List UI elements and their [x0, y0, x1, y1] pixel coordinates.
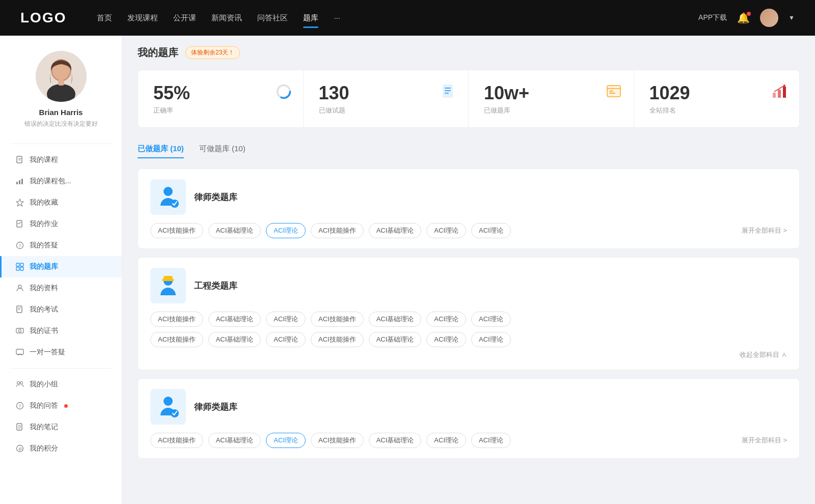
svg-point-27	[20, 382, 23, 384]
tag[interactable]: ACI理论	[426, 312, 466, 327]
svg-rect-39	[445, 88, 451, 89]
sidebar: Brian Harris 错误的决定比没有决定要好 我的课程 我的课程包...	[0, 36, 122, 504]
svg-rect-45	[609, 91, 613, 92]
tag[interactable]: ACI技能操作	[311, 433, 364, 448]
sidebar-label: 一对一答疑	[30, 348, 65, 357]
tab-done[interactable]: 已做题库 (10)	[138, 140, 184, 158]
sidebar-item-favorites[interactable]: 我的收藏	[0, 192, 122, 213]
tag-selected[interactable]: ACI理论	[266, 223, 306, 238]
notification-bell[interactable]: 🔔	[737, 12, 750, 24]
bank-tags-row-2a: ACI技能操作 ACI基础理论 ACI理论 ACI技能操作 ACI基础理论 AC…	[150, 312, 787, 327]
tag[interactable]: ACI技能操作	[311, 332, 364, 347]
tag[interactable]: ACI技能操作	[311, 223, 364, 238]
svg-rect-10	[21, 179, 23, 184]
svg-rect-9	[19, 180, 20, 184]
bank-icon-lawyer	[150, 179, 186, 215]
sidebar-label: 我的考试	[30, 305, 58, 314]
sidebar-item-1on1[interactable]: 一对一答疑	[0, 342, 122, 363]
sidebar-label: 我的题库	[30, 262, 58, 271]
sidebar-item-exam[interactable]: 我的考试	[0, 299, 122, 320]
tag[interactable]: ACI基础理论	[208, 332, 261, 347]
sidebar-item-qa[interactable]: ? 我的答疑	[0, 235, 122, 256]
sidebar-item-course[interactable]: 我的课程	[0, 149, 122, 171]
tag[interactable]: ACI技能操作	[150, 312, 203, 327]
sidebar-item-notes[interactable]: 我的笔记	[0, 416, 122, 438]
nav-news[interactable]: 新闻资讯	[211, 11, 242, 25]
questions-icon	[440, 82, 458, 101]
tag[interactable]: ACI基础理论	[369, 433, 422, 448]
svg-rect-15	[16, 263, 19, 266]
collapse-link[interactable]: 收起全部科目 ∧	[150, 350, 787, 359]
tag[interactable]: ACI理论	[426, 332, 466, 347]
tag[interactable]: ACI技能操作	[150, 223, 203, 238]
svg-point-56	[164, 397, 173, 406]
notification-dot	[747, 12, 751, 16]
tag[interactable]: ACI理论	[426, 223, 466, 238]
sidebar-item-course-package[interactable]: 我的课程包...	[0, 171, 122, 192]
tag[interactable]: ACI理论	[471, 223, 511, 238]
svg-point-50	[783, 85, 785, 87]
bank-title-2: 工程类题库	[194, 280, 237, 292]
tabs-row: 已做题库 (10) 可做题库 (10)	[138, 140, 800, 158]
homework-icon	[15, 219, 24, 229]
bank-card-header: 律师类题库	[150, 389, 787, 425]
app-download-button[interactable]: APP下载	[698, 13, 727, 22]
sidebar-item-homework[interactable]: 我的作业	[0, 213, 122, 235]
tag[interactable]: ACI技能操作	[150, 332, 203, 347]
tag[interactable]: ACI基础理论	[208, 433, 261, 448]
sidebar-item-certificate[interactable]: 我的证书	[0, 320, 122, 342]
tag[interactable]: ACI理论	[471, 312, 511, 327]
expand-link-3[interactable]: 展开全部科目 >	[742, 436, 787, 445]
tab-available[interactable]: 可做题库 (10)	[199, 140, 246, 158]
tag[interactable]: ACI技能操作	[150, 433, 203, 448]
points-icon: 积	[15, 444, 24, 453]
nav-home[interactable]: 首页	[97, 11, 112, 25]
svg-rect-17	[16, 267, 19, 270]
tag[interactable]: ACI基础理论	[369, 332, 422, 347]
stat-ranking: 1029 全站排名	[634, 70, 800, 127]
expand-link-1[interactable]: 展开全部科目 >	[742, 226, 787, 235]
tag[interactable]: ACI基础理论	[208, 312, 261, 327]
help-icon: ?	[15, 241, 24, 250]
group-icon	[15, 380, 24, 389]
tag[interactable]: ACI技能操作	[311, 312, 364, 327]
tag[interactable]: ACI理论	[471, 332, 511, 347]
tag[interactable]: ACI基础理论	[369, 223, 422, 238]
nav-qa[interactable]: 问答社区	[257, 11, 288, 25]
sidebar-menu: 我的课程 我的课程包... 我的收藏 我的作业	[0, 149, 122, 459]
nav-more[interactable]: ···	[334, 11, 340, 25]
sidebar-item-points[interactable]: 积 我的积分	[0, 438, 122, 459]
user-menu-chevron[interactable]: ▼	[789, 14, 795, 21]
tag[interactable]: ACI理论	[266, 332, 306, 347]
nav-question-bank[interactable]: 题库	[303, 11, 318, 25]
svg-text:?: ?	[19, 243, 21, 248]
bank-card-lawyer-2: 律师类题库 ACI技能操作 ACI基础理论 ACI理论 ACI技能操作 ACI基…	[138, 378, 800, 459]
sidebar-item-question-bank[interactable]: 我的题库	[0, 256, 122, 277]
tag[interactable]: ACI理论	[266, 312, 306, 327]
qmark-icon: ?	[15, 401, 24, 410]
tag[interactable]: ACI基础理论	[208, 223, 261, 238]
page-header: 我的题库 体验剩余23天！	[138, 46, 800, 60]
sidebar-item-group[interactable]: 我的小组	[0, 374, 122, 395]
nav-right: APP下载 🔔 ▼	[698, 9, 795, 27]
sidebar-item-materials[interactable]: 我的资料	[0, 277, 122, 299]
nav-discover[interactable]: 发现课程	[127, 11, 158, 25]
bank-card-lawyer-1: 律师类题库 ACI技能操作 ACI基础理论 ACI理论 ACI技能操作 ACI基…	[138, 169, 800, 249]
logo: LOGO	[20, 10, 66, 26]
tag[interactable]: ACI理论	[426, 433, 466, 448]
tag-selected[interactable]: ACI理论	[266, 433, 306, 448]
people-icon	[15, 284, 24, 293]
svg-point-51	[164, 187, 173, 196]
profile-avatar	[36, 51, 87, 102]
nav-open-course[interactable]: 公开课	[173, 11, 196, 25]
page-wrapper: Brian Harris 错误的决定比没有决定要好 我的课程 我的课程包...	[0, 0, 815, 504]
bank-title-3: 律师类题库	[194, 401, 237, 413]
stat-value-banks: 10w+	[484, 82, 529, 104]
stat-label-ranking: 全站排名	[649, 106, 676, 115]
sidebar-label: 我的答疑	[30, 241, 58, 250]
tag[interactable]: ACI基础理论	[369, 312, 422, 327]
avatar[interactable]	[760, 9, 778, 27]
profile-name: Brian Harris	[39, 108, 83, 117]
sidebar-item-my-qa[interactable]: ? 我的问答	[0, 395, 122, 416]
tag[interactable]: ACI理论	[471, 433, 511, 448]
